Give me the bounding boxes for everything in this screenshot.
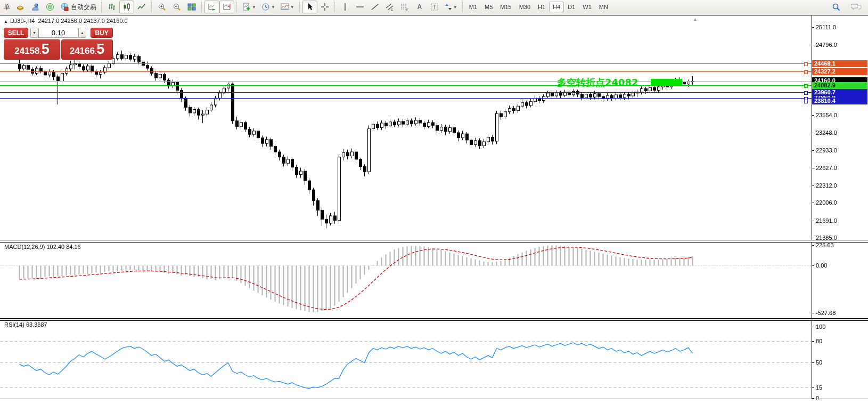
new-order-button[interactable]: 单: [1, 1, 13, 13]
buy-price-point: 5: [96, 40, 104, 58]
buy-button[interactable]: BUY: [91, 28, 113, 38]
cursor-icon[interactable]: [302, 1, 317, 13]
zoom-out-icon[interactable]: [169, 1, 184, 13]
price-line-label: 23960.7: [812, 89, 867, 96]
crosshair-icon[interactable]: [317, 1, 332, 13]
bar-chart-icon[interactable]: [104, 1, 119, 13]
trendline-icon[interactable]: [367, 1, 382, 13]
tab-timeframe-d1[interactable]: D1: [564, 2, 579, 12]
tab-timeframe-w1[interactable]: W1: [579, 2, 595, 12]
book-icon[interactable]: [13, 1, 28, 13]
auto-scroll-icon[interactable]: [204, 1, 219, 13]
triangle-up-icon: ▲: [80, 31, 84, 35]
ohlc-values-label: 24217.0 24256.0 24137.0 24160.0: [38, 18, 128, 24]
volume-decrease-button[interactable]: ▼: [30, 28, 38, 38]
sell-price-point: 5: [42, 40, 50, 58]
tab-timeframe-h1[interactable]: H1: [534, 2, 549, 12]
chart-area[interactable]: ▲DJ30-,H4 24217.0 24256.0 24137.0 24160.…: [0, 15, 868, 412]
chevron-down-icon: ▼: [271, 5, 275, 10]
rsi-tick-label: 0: [816, 395, 819, 401]
volume-input[interactable]: 0.10: [38, 28, 78, 38]
signal-icon[interactable]: [43, 1, 58, 13]
horizontal-price-line[interactable]: [0, 81, 812, 82]
zoom-in-icon[interactable]: [154, 1, 169, 13]
tab-timeframe-m5[interactable]: M5: [481, 2, 496, 12]
horizontal-line-icon[interactable]: [353, 1, 367, 13]
annotation-text[interactable]: 多空转折点24082: [557, 76, 638, 89]
volume-increase-button[interactable]: ▲: [78, 28, 86, 38]
scroll-up-icon[interactable]: ▲: [693, 17, 698, 22]
collapse-arrow-icon[interactable]: ▲: [4, 19, 8, 24]
text-icon[interactable]: A: [412, 1, 427, 13]
horizontal-price-line[interactable]: [0, 85, 812, 86]
sell-button[interactable]: SELL: [4, 28, 28, 38]
templates-button[interactable]: ▼: [278, 1, 297, 13]
line-handle[interactable]: [804, 91, 808, 95]
price-tick-mark: [812, 115, 814, 116]
price-tick-label: 24796.0: [816, 42, 837, 48]
price-tick-label: 21691.0: [816, 217, 837, 224]
rsi-tick-mark: [812, 327, 814, 327]
tab-timeframe-h4[interactable]: H4: [549, 2, 564, 12]
vertical-line-icon[interactable]: [338, 1, 353, 13]
autotrading-button[interactable]: 自动交易: [58, 1, 99, 13]
price-tick-mark: [812, 150, 814, 151]
horizontal-price-line[interactable]: [0, 101, 812, 101]
horizontal-price-line[interactable]: [0, 92, 812, 93]
tab-timeframe-m15[interactable]: M15: [496, 2, 515, 12]
indicators-button[interactable]: ▼: [240, 1, 259, 13]
toolbar-separator: [151, 2, 152, 12]
text-label-icon[interactable]: T: [427, 1, 442, 13]
line-handle[interactable]: [804, 62, 808, 66]
new-order-label: 单: [4, 3, 10, 12]
main-toolbar: 单 自动交易 ▼ ▼ ▼ E F A T ▼ M1: [0, 0, 868, 14]
arrows-button[interactable]: ▼: [442, 1, 460, 13]
chart-symbol-header: ▲DJ30-,H4 24217.0 24256.0 24137.0 24160.…: [4, 18, 128, 24]
buy-price-button[interactable]: 24166.5: [61, 39, 113, 60]
template-icon: [281, 3, 289, 11]
sell-price-main: 24158: [14, 42, 39, 61]
macd-tick-label: 0.00: [816, 262, 827, 269]
price-chart-canvas[interactable]: [0, 15, 868, 412]
macd-tick-mark: [812, 313, 814, 313]
line-chart-icon[interactable]: [134, 1, 149, 13]
price-tick-label: 22312.0: [816, 182, 837, 189]
price-line-label: 24082.9: [812, 82, 867, 89]
rsi-tick-mark: [812, 362, 814, 363]
pane-splitter[interactable]: [0, 318, 868, 321]
sell-button-label: SELL: [8, 29, 24, 37]
price-tick-label: 23248.0: [816, 130, 837, 136]
tab-timeframe-mn[interactable]: MN: [595, 2, 612, 12]
line-handle[interactable]: [804, 100, 808, 103]
rsi-tick-mark: [812, 387, 814, 388]
pane-splitter[interactable]: [0, 240, 868, 243]
rsi-tick-label: 100: [816, 324, 825, 330]
tab-timeframe-m30[interactable]: M30: [515, 2, 534, 12]
annotation-rectangle[interactable]: [651, 79, 682, 86]
line-handle[interactable]: [804, 84, 808, 88]
price-line-label: 23810.4: [812, 98, 867, 104]
fibonacci-icon[interactable]: F: [397, 1, 412, 13]
buy-price-main: 24166: [70, 42, 95, 61]
tab-timeframe-m1[interactable]: M1: [465, 2, 481, 12]
rsi-tick-label: 80: [816, 338, 822, 344]
periods-button[interactable]: ▼: [259, 1, 278, 13]
line-handle[interactable]: [804, 70, 808, 74]
chat-icon[interactable]: [849, 1, 864, 13]
tile-windows-icon[interactable]: [184, 1, 199, 13]
horizontal-price-line[interactable]: [0, 63, 812, 64]
editor-icon[interactable]: [28, 1, 43, 13]
horizontal-price-line[interactable]: [0, 71, 812, 72]
equidistant-channel-icon[interactable]: E: [382, 1, 397, 13]
horizontal-price-line[interactable]: [0, 98, 812, 99]
price-tick-mark: [812, 168, 814, 168]
price-tick-mark: [812, 221, 814, 221]
sell-price-button[interactable]: 24158.5: [4, 39, 60, 60]
price-tick-label: 22627.0: [816, 165, 837, 171]
toolbar-separator: [334, 2, 335, 12]
chart-shift-icon[interactable]: [219, 1, 234, 13]
mt4-window: 单 自动交易 ▼ ▼ ▼ E F A T ▼ M1: [0, 0, 868, 412]
search-icon[interactable]: [829, 1, 844, 13]
candlestick-icon[interactable]: [119, 1, 134, 13]
autotrading-label: 自动交易: [71, 3, 96, 12]
